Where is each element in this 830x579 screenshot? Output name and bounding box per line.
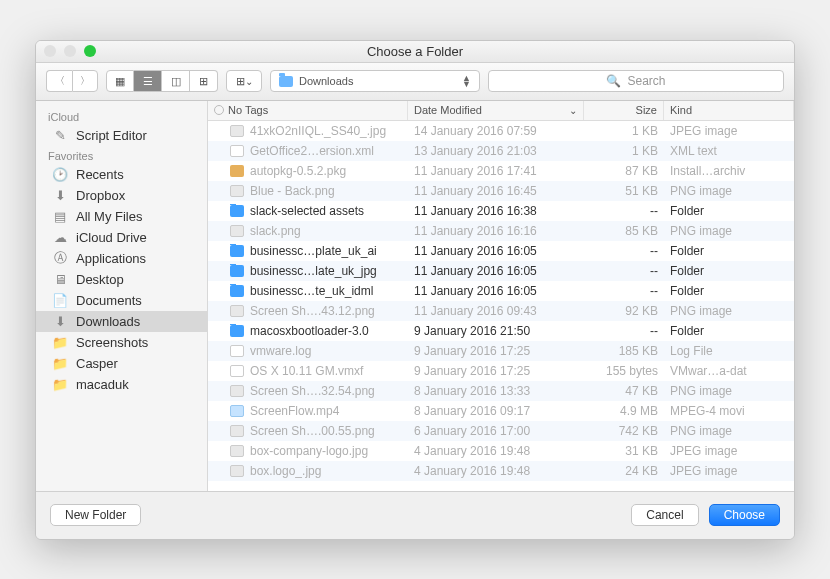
nav-buttons: 〈 〉 — [46, 70, 98, 92]
file-name: box-company-logo.jpg — [250, 444, 368, 458]
folder-icon — [230, 285, 244, 297]
sidebar-item-screenshots[interactable]: 📁Screenshots — [36, 332, 207, 353]
sidebar-item-downloads[interactable]: ⬇Downloads — [36, 311, 207, 332]
list-view-button[interactable]: ☰ — [134, 70, 162, 92]
folder-icon: 📁 — [52, 377, 68, 391]
cancel-button[interactable]: Cancel — [631, 504, 698, 526]
icon-view-button[interactable]: ▦ — [106, 70, 134, 92]
file-date: 11 January 2016 16:05 — [408, 284, 584, 298]
file-date: 11 January 2016 16:16 — [408, 224, 584, 238]
column-size[interactable]: Size — [584, 101, 664, 120]
file-row: autopkg-0.5.2.pkg11 January 2016 17:4187… — [208, 161, 794, 181]
download-icon: ⬇ — [52, 314, 68, 328]
column-name[interactable]: No Tags — [208, 101, 408, 120]
file-size: -- — [584, 244, 664, 258]
file-name: vmware.log — [250, 344, 311, 358]
file-size: 155 bytes — [584, 364, 664, 378]
sidebar-item-script-editor[interactable]: ✎Script Editor — [36, 125, 207, 146]
column-view-button[interactable]: ◫ — [162, 70, 190, 92]
sidebar-item-label: Dropbox — [76, 188, 125, 203]
sidebar-item-desktop[interactable]: 🖥Desktop — [36, 269, 207, 290]
file-size: 1 KB — [584, 144, 664, 158]
file-size: -- — [584, 264, 664, 278]
cloud-icon: ☁ — [52, 230, 68, 244]
sidebar-item-macaduk[interactable]: 📁macaduk — [36, 374, 207, 395]
file-kind: Folder — [664, 324, 794, 338]
file-kind: Install…archiv — [664, 164, 794, 178]
folder-icon — [230, 265, 244, 277]
file-name: businessc…te_uk_idml — [250, 284, 373, 298]
file-size: -- — [584, 284, 664, 298]
group-button[interactable]: ⊞ ⌄ — [226, 70, 262, 92]
sidebar-item-applications[interactable]: ⒶApplications — [36, 248, 207, 269]
new-folder-button[interactable]: New Folder — [50, 504, 141, 526]
file-date: 11 January 2016 16:05 — [408, 264, 584, 278]
sidebar-item-casper[interactable]: 📁Casper — [36, 353, 207, 374]
file-kind: JPEG image — [664, 124, 794, 138]
sidebar-item-all-my-files[interactable]: ▤All My Files — [36, 206, 207, 227]
file-date: 11 January 2016 09:43 — [408, 304, 584, 318]
file-row: ScreenFlow.mp48 January 2016 09:174.9 MB… — [208, 401, 794, 421]
chevron-right-icon: 〉 — [80, 74, 90, 88]
file-date: 11 January 2016 16:45 — [408, 184, 584, 198]
sidebar-item-dropbox[interactable]: ⬇Dropbox — [36, 185, 207, 206]
app-icon: Ⓐ — [52, 251, 68, 265]
clock-icon: 🕑 — [52, 167, 68, 181]
file-row: box.logo_.jpg4 January 2016 19:4824 KBJP… — [208, 461, 794, 481]
file-row[interactable]: businessc…plate_uk_ai11 January 2016 16:… — [208, 241, 794, 261]
file-row[interactable]: businessc…te_uk_idml11 January 2016 16:0… — [208, 281, 794, 301]
file-kind: PNG image — [664, 384, 794, 398]
file-size: 92 KB — [584, 304, 664, 318]
file-name: GetOffice2…ersion.xml — [250, 144, 374, 158]
sidebar-item-label: Downloads — [76, 314, 140, 329]
path-dropdown[interactable]: Downloads ▲▼ — [270, 70, 480, 92]
sidebar-item-label: Recents — [76, 167, 124, 182]
folder-icon: 📁 — [52, 335, 68, 349]
file-kind: PNG image — [664, 184, 794, 198]
column-kind[interactable]: Kind — [664, 101, 794, 120]
file-date: 11 January 2016 16:05 — [408, 244, 584, 258]
sidebar-item-label: Desktop — [76, 272, 124, 287]
chevron-down-icon: ⌄ — [245, 76, 253, 87]
file-row[interactable]: macosxbootloader-3.09 January 2016 21:50… — [208, 321, 794, 341]
file-row: 41xkO2nIIQL._SS40_.jpg14 January 2016 07… — [208, 121, 794, 141]
search-field[interactable]: 🔍 Search — [488, 70, 784, 92]
file-kind: Folder — [664, 204, 794, 218]
sidebar-section-label: iCloud — [36, 107, 207, 125]
sidebar-item-icloud-drive[interactable]: ☁iCloud Drive — [36, 227, 207, 248]
doc-icon: 📄 — [52, 293, 68, 307]
img-icon — [230, 185, 244, 197]
path-label: Downloads — [299, 75, 353, 87]
file-row: GetOffice2…ersion.xml13 January 2016 21:… — [208, 141, 794, 161]
file-date: 9 January 2016 17:25 — [408, 344, 584, 358]
view-buttons: ▦ ☰ ◫ ⊞ — [106, 70, 218, 92]
file-name: Blue - Back.png — [250, 184, 335, 198]
file-kind: JPEG image — [664, 464, 794, 478]
img-icon — [230, 425, 244, 437]
column-headers: No Tags Date Modified⌄ Size Kind — [208, 101, 794, 121]
sidebar-item-label: Applications — [76, 251, 146, 266]
file-date: 4 January 2016 19:48 — [408, 464, 584, 478]
file-size: 24 KB — [584, 464, 664, 478]
file-row[interactable]: slack-selected assets11 January 2016 16:… — [208, 201, 794, 221]
stack-icon: ▤ — [52, 209, 68, 223]
sidebar-item-label: Script Editor — [76, 128, 147, 143]
forward-button[interactable]: 〉 — [72, 70, 98, 92]
back-button[interactable]: 〈 — [46, 70, 72, 92]
file-date: 6 January 2016 17:00 — [408, 424, 584, 438]
file-size: -- — [584, 204, 664, 218]
gallery-view-button[interactable]: ⊞ — [190, 70, 218, 92]
column-date[interactable]: Date Modified⌄ — [408, 101, 584, 120]
file-date: 9 January 2016 17:25 — [408, 364, 584, 378]
chevron-left-icon: 〈 — [55, 74, 65, 88]
doc-icon — [230, 365, 244, 377]
sidebar-item-documents[interactable]: 📄Documents — [36, 290, 207, 311]
main-panel: No Tags Date Modified⌄ Size Kind 41xkO2n… — [208, 101, 794, 491]
file-kind: VMwar…a-dat — [664, 364, 794, 378]
doc-icon — [230, 145, 244, 157]
file-row[interactable]: businessc…late_uk_jpg11 January 2016 16:… — [208, 261, 794, 281]
sidebar-section-label: Favorites — [36, 146, 207, 164]
sidebar-item-recents[interactable]: 🕑Recents — [36, 164, 207, 185]
search-icon: 🔍 — [606, 74, 621, 88]
choose-button[interactable]: Choose — [709, 504, 780, 526]
